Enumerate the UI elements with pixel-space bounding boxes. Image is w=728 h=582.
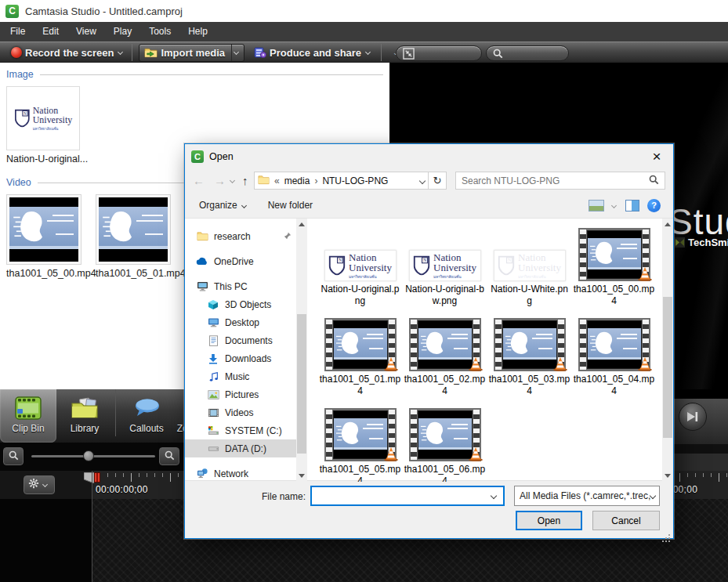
record-screen-button[interactable]: Record the screen xyxy=(0,47,125,59)
sidebar-item-desktop[interactable]: Desktop xyxy=(185,313,296,331)
sidebar-scrollbar[interactable] xyxy=(296,219,307,482)
sidebar-item-system-c-[interactable]: SYSTEM (C:) xyxy=(185,421,296,439)
file-name: tha1001_05_02.mp4 xyxy=(404,374,486,397)
tab-clip-bin[interactable]: Clip Bin xyxy=(0,389,56,443)
cancel-button[interactable]: Cancel xyxy=(592,511,660,530)
shrink-icon xyxy=(403,48,415,60)
import-dropdown[interactable] xyxy=(231,45,242,61)
import-media-button[interactable]: Import media xyxy=(139,44,244,62)
file-item-nation-u-white-png[interactable]: NNation Universityมหาวิทยาลัยเนชั่นNatio… xyxy=(487,223,571,312)
nav-history-chevron[interactable] xyxy=(230,178,235,183)
vlc-cone-icon xyxy=(468,356,484,374)
menu-play[interactable]: Play xyxy=(105,22,140,42)
view-options-chevron[interactable] xyxy=(611,202,617,208)
view-thumbnails-icon[interactable] xyxy=(589,200,604,211)
preview-pane-icon[interactable] xyxy=(625,200,639,211)
file-name: tha1001_05_03.mp4 xyxy=(489,374,570,397)
file-item-tha1001-05-06-mp4[interactable]: tha1001_05_06.mp4 xyxy=(403,403,487,482)
vlc-cone-icon xyxy=(552,356,568,374)
sidebar-item-videos[interactable]: Videos xyxy=(185,403,296,421)
nav-forward-button[interactable]: → xyxy=(214,174,226,187)
zoom-slider-thumb[interactable] xyxy=(83,450,94,461)
downloads-icon xyxy=(207,353,219,364)
sidebar-item-this-pc[interactable]: This PC xyxy=(185,277,296,295)
network-icon xyxy=(196,468,208,479)
open-button[interactable]: Open xyxy=(516,511,582,530)
clip-bin-video-item[interactable]: tha1001_05_01.mp4 xyxy=(96,194,174,279)
zoom-out-button[interactable] xyxy=(3,447,24,465)
address-breadcrumb[interactable]: « media›NTU-LOG-PNG xyxy=(254,172,429,190)
menu-help[interactable]: Help xyxy=(179,22,216,42)
playhead-handle[interactable] xyxy=(94,472,100,483)
clip-bin-video-item[interactable]: tha1001_05_00.mp4 xyxy=(6,194,85,279)
library-icon xyxy=(71,395,99,421)
organize-button[interactable]: Organize xyxy=(199,200,248,211)
scroll-up-arrow[interactable] xyxy=(299,222,305,226)
scroll-down-arrow[interactable] xyxy=(665,474,671,478)
file-name-input[interactable] xyxy=(312,490,491,501)
clip-bin-image-item[interactable]: NNation Universityมหาวิทยาลัยเนชั่นNatio… xyxy=(6,86,81,164)
file-item-tha1001-05-01-mp4[interactable]: tha1001_05_01.mp4 xyxy=(318,313,402,402)
help-icon[interactable]: ? xyxy=(647,199,661,212)
zoom-control[interactable] xyxy=(486,45,569,61)
new-folder-button[interactable]: New folder xyxy=(268,200,313,211)
menu-edit[interactable]: Edit xyxy=(34,22,67,42)
tab-callouts[interactable]: Callouts xyxy=(118,389,175,443)
scroll-down-arrow[interactable] xyxy=(299,474,305,478)
file-item-tha1001-05-00-mp4[interactable]: tha1001_05_00.mp4 xyxy=(572,223,656,312)
import-folder-icon xyxy=(144,47,158,58)
filmstrip-thumbnail xyxy=(494,318,566,371)
skip-to-end-button[interactable] xyxy=(679,403,707,431)
dialog-close-button[interactable]: × xyxy=(640,144,673,168)
produce-share-button[interactable]: Produce and share xyxy=(254,47,373,59)
filelist-scrollbar[interactable] xyxy=(662,219,673,482)
file-item-tha1001-05-04-mp4[interactable]: tha1001_05_04.mp4 xyxy=(572,313,656,402)
shrink-to-fit-control[interactable] xyxy=(396,45,482,61)
sidebar-item-downloads[interactable]: Downloads xyxy=(185,349,296,367)
file-item-nation-u-original-bw-png[interactable]: NNation Universityมหาวิทยาลัยเนชั่นNatio… xyxy=(403,223,487,312)
file-type-select[interactable]: All Media Files (*.camrec,*.trec, xyxy=(514,486,660,506)
menu-tools[interactable]: Tools xyxy=(140,22,179,42)
nav-up-button[interactable]: ↑ xyxy=(242,174,248,187)
sidebar-item-3d-objects[interactable]: 3D Objects xyxy=(185,295,296,313)
file-item-tha1001-05-03-mp4[interactable]: tha1001_05_03.mp4 xyxy=(487,313,571,402)
face-graphic xyxy=(102,208,139,248)
tab-library[interactable]: Library xyxy=(56,389,113,443)
scrollbar-thumb[interactable] xyxy=(663,297,672,438)
address-dropdown-chevron[interactable] xyxy=(419,177,426,183)
sidebar-item-documents[interactable]: Documents xyxy=(185,331,296,349)
sidebar-item-research[interactable]: research xyxy=(185,227,296,245)
zoom-in-button[interactable] xyxy=(159,447,179,465)
toolbar-separator xyxy=(132,44,132,61)
file-item-nation-u-original-png[interactable]: NNation Universityมหาวิทยาลัยเนชั่นNatio… xyxy=(318,223,402,312)
sidebar-item-data-d-[interactable]: DATA (D:) xyxy=(185,439,296,457)
sidebar-item-pictures[interactable]: Pictures xyxy=(185,385,296,403)
dialog-title-bar[interactable]: C Open xyxy=(185,144,673,168)
playhead-timestamp: 00:00:00;00 xyxy=(96,484,148,495)
resize-grip[interactable] xyxy=(668,534,670,536)
playhead-flag[interactable] xyxy=(84,472,94,483)
sidebar-item-music[interactable]: Music xyxy=(185,367,296,385)
scrollbar-thumb[interactable] xyxy=(297,314,306,454)
face-graphic xyxy=(335,330,364,358)
breadcrumb-segment[interactable]: NTU-LOG-PNG xyxy=(322,175,388,186)
sidebar-item-network[interactable]: Network xyxy=(185,465,296,482)
nav-back-button[interactable]: ← xyxy=(193,174,205,187)
breadcrumb-overflow[interactable]: « xyxy=(274,175,280,186)
sidebar-item-onedrive[interactable]: OneDrive xyxy=(185,252,296,270)
timeline-settings-button[interactable] xyxy=(24,475,55,494)
new-folder-label: New folder xyxy=(268,200,313,211)
filmstrip-thumbnail xyxy=(578,228,650,281)
menu-file[interactable]: File xyxy=(2,22,34,42)
breadcrumb-segment[interactable]: media xyxy=(284,175,310,186)
documents-icon xyxy=(207,335,219,346)
file-item-tha1001-05-05-mp4[interactable]: tha1001_05_05.mp4 xyxy=(318,403,402,482)
scroll-up-arrow[interactable] xyxy=(665,222,671,226)
pictures-icon xyxy=(207,390,219,399)
file-name-dropdown-chevron[interactable] xyxy=(491,493,497,499)
refresh-button[interactable]: ↻ xyxy=(429,172,447,190)
video-frame-thumbnail xyxy=(333,410,388,459)
search-input[interactable]: Search NTU-LOG-PNG xyxy=(455,172,665,190)
menu-view[interactable]: View xyxy=(67,22,105,42)
file-item-tha1001-05-02-mp4[interactable]: tha1001_05_02.mp4 xyxy=(403,313,487,402)
